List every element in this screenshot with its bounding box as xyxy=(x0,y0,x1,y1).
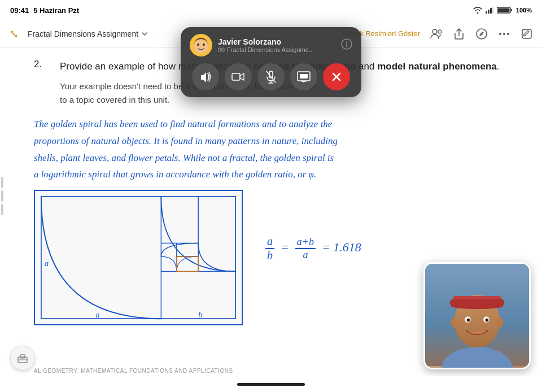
mute-button[interactable] xyxy=(257,63,285,90)
edit-icon[interactable] xyxy=(521,28,533,40)
wifi-icon xyxy=(473,7,482,14)
svg-point-64 xyxy=(497,317,504,327)
status-right: 100% xyxy=(473,6,532,14)
svg-point-63 xyxy=(451,317,458,327)
document-title[interactable]: Fractal Dimensions Assignment xyxy=(28,29,148,38)
screen-share-button[interactable] xyxy=(290,63,317,90)
eraser-button[interactable] xyxy=(10,346,35,371)
svg-point-13 xyxy=(507,33,509,35)
svg-text:a: a xyxy=(95,310,99,319)
question-number: 2. xyxy=(34,59,51,74)
svg-point-38 xyxy=(346,41,347,42)
home-indicator xyxy=(237,383,305,386)
svg-rect-40 xyxy=(232,73,240,80)
svg-point-32 xyxy=(197,43,199,46)
svg-rect-0 xyxy=(486,11,487,14)
share-icon[interactable] xyxy=(453,28,465,40)
svg-rect-6 xyxy=(497,8,509,12)
camera-person-view xyxy=(425,264,529,368)
svg-rect-3 xyxy=(492,7,493,14)
svg-point-31 xyxy=(194,39,208,54)
golden-spiral-diagram: a a b xyxy=(34,190,243,325)
facetime-controls xyxy=(190,63,352,90)
toolbar-right: Küçük Resimleri Göster xyxy=(343,28,533,40)
svg-text:b: b xyxy=(198,310,202,319)
svg-point-12 xyxy=(503,33,505,35)
status-date: 5 Haziran Pzt xyxy=(33,6,79,15)
svg-rect-46 xyxy=(300,74,308,79)
bottom-label: AL GEOMETRY: MATHEMATICAL FOUNDATIONS AN… xyxy=(34,368,233,374)
info-icon[interactable] xyxy=(341,38,352,52)
formula-area: a b = a+b a = 1.618 xyxy=(265,190,361,262)
svg-point-7 xyxy=(432,29,437,34)
more-icon[interactable] xyxy=(498,28,510,40)
svg-rect-2 xyxy=(490,8,492,14)
svg-point-10 xyxy=(481,33,482,34)
people-icon[interactable] xyxy=(430,28,443,40)
svg-point-62 xyxy=(486,319,489,322)
end-call-button[interactable] xyxy=(323,63,350,90)
bottom-bar xyxy=(0,376,542,392)
camera-overlay xyxy=(423,262,531,369)
collapse-icon[interactable]: ⤡ xyxy=(9,27,19,41)
status-bar: 09:41 5 Haziran Pzt 100% xyxy=(0,0,542,20)
battery-icon xyxy=(497,6,513,14)
svg-rect-15 xyxy=(36,191,241,324)
svg-point-11 xyxy=(499,33,501,35)
svg-point-58 xyxy=(451,303,504,310)
link-icon xyxy=(218,46,225,53)
left-edge-indicator xyxy=(1,177,3,215)
facetime-header: Javier Solorzano Fractal Dimensions Assi… xyxy=(190,34,352,56)
speaker-button[interactable] xyxy=(192,63,219,90)
svg-rect-35 xyxy=(222,48,224,51)
svg-text:a: a xyxy=(45,259,49,268)
svg-point-33 xyxy=(203,43,205,46)
svg-point-8 xyxy=(438,30,442,33)
svg-rect-34 xyxy=(218,48,221,51)
caller-subtitle: Fractal Dimensions Assignme... xyxy=(218,46,335,53)
chevron-down-icon xyxy=(141,30,148,38)
camera-button[interactable] xyxy=(225,63,252,90)
battery-percent: 100% xyxy=(516,7,532,14)
svg-rect-5 xyxy=(511,9,512,11)
caller-avatar xyxy=(190,34,212,56)
handwritten-answer: The golden spiral has been used to find … xyxy=(34,116,508,183)
svg-rect-1 xyxy=(488,10,489,14)
signal-icon xyxy=(486,7,493,14)
caller-name: Javier Solorzano xyxy=(218,37,335,46)
svg-point-61 xyxy=(467,319,470,322)
status-time: 09:41 xyxy=(10,6,29,15)
markup-icon[interactable] xyxy=(475,28,488,40)
facetime-overlay: Javier Solorzano Fractal Dimensions Assi… xyxy=(181,27,361,97)
caller-info: Javier Solorzano Fractal Dimensions Assi… xyxy=(218,37,335,53)
svg-rect-28 xyxy=(20,355,25,358)
status-left: 09:41 5 Haziran Pzt xyxy=(10,6,79,15)
